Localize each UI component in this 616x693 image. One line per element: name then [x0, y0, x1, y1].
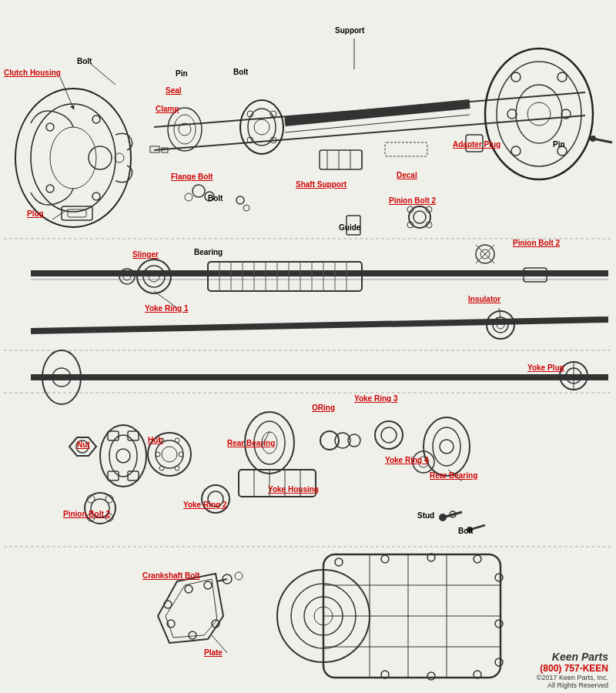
pinion-bolt-2b-label[interactable]: Pinion Bolt 2	[513, 239, 560, 247]
pinion-bolt-2a-label[interactable]: Pinion Bolt 2	[389, 196, 436, 205]
copyright: ©2017 Keen Parts, Inc.	[537, 674, 608, 681]
bearing-label: Bearing	[194, 248, 223, 256]
clamp-label[interactable]: Clamp	[156, 105, 179, 113]
svg-rect-0	[0, 0, 616, 693]
support-label: Support	[335, 26, 364, 35]
yoke-ring-2-label[interactable]: Yoke Ring 2	[183, 500, 227, 509]
yoke-plug-label[interactable]: Yoke Plug	[527, 363, 564, 372]
brand-name: Keen Parts	[537, 651, 608, 663]
rear-bearing-2-label[interactable]: Rear Bearing	[430, 471, 477, 480]
rear-bearing-1-label[interactable]: Rear Bearing	[227, 439, 275, 447]
clutch-housing-label[interactable]: Clutch Housing	[4, 69, 61, 77]
yoke-ring-4-label[interactable]: Yoke Ring 4	[385, 456, 429, 464]
diagram-svg	[0, 0, 616, 693]
plug-label[interactable]: Plug	[27, 209, 44, 218]
plate-label[interactable]: Plate	[204, 648, 223, 657]
bolt-1-label: Bolt	[77, 57, 92, 65]
svg-point-144	[439, 514, 447, 521]
seal-label[interactable]: Seal	[166, 86, 182, 95]
diagram-container: Clutch Housing Bolt Pin Bolt Support Sea…	[0, 0, 616, 693]
oring-label[interactable]: ORing	[312, 403, 335, 412]
bolt-3-label: Bolt	[208, 194, 223, 203]
svg-point-43	[590, 136, 596, 142]
nut-label[interactable]: Nut	[77, 440, 90, 449]
bolt-2-label: Bolt	[233, 68, 248, 76]
shaft-support-label[interactable]: Shaft Support	[296, 180, 346, 189]
insulator-label[interactable]: Insulator	[468, 295, 500, 303]
yoke-ring-3-label[interactable]: Yoke Ring 3	[354, 394, 398, 403]
yoke-ring-1-label[interactable]: Yoke Ring 1	[145, 304, 189, 313]
pinion-bolt-2c-label[interactable]: Pinion Bolt 2	[63, 510, 110, 518]
footer: Keen Parts (800) 757-KEEN ©2017 Keen Par…	[537, 651, 608, 689]
phone-number: (800) 757-KEEN	[537, 663, 608, 674]
guide-label: Guide	[339, 223, 360, 232]
pin-1-label: Pin	[176, 69, 188, 78]
stud-label: Stud	[417, 511, 434, 520]
slinger-label[interactable]: Slinger	[132, 250, 159, 259]
hub-label[interactable]: Hub	[148, 436, 162, 444]
pin-2-label: Pin	[553, 140, 565, 149]
adapter-plug-label[interactable]: Adapter Plug	[453, 140, 500, 149]
decal-label[interactable]: Decal	[397, 171, 417, 179]
crankshaft-bolt-label[interactable]: Crankshaft Bolt	[142, 571, 199, 580]
flange-bolt-label[interactable]: Flange Bolt	[171, 172, 213, 181]
rights: All Rights Reserved	[537, 681, 608, 689]
yoke-housing-label[interactable]: Yoke Housing	[268, 485, 319, 494]
bolt-4-label: Bolt	[458, 527, 473, 535]
